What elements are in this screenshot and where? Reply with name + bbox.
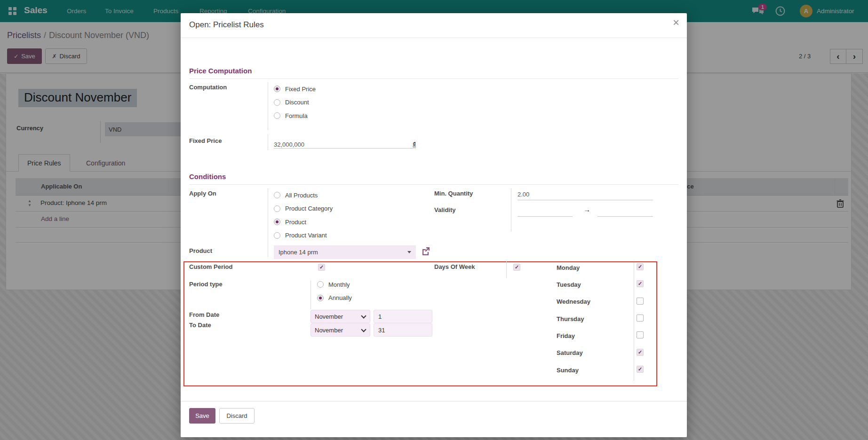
section-conditions: Conditions	[189, 173, 678, 185]
radio-button-icon[interactable]	[274, 86, 280, 92]
day-label: Friday	[557, 332, 575, 339]
section-price-computation: Price Computation	[189, 67, 678, 79]
currency-symbol: ₫	[413, 141, 416, 148]
from-day-input[interactable]	[374, 310, 432, 323]
day-label: Thursday	[557, 315, 584, 322]
days-of-week-label: Days Of Week	[434, 263, 475, 270]
computation-radio-group[interactable]: Fixed PriceDiscountFormula	[274, 82, 316, 123]
day-checkbox-sunday[interactable]: ✓	[637, 366, 644, 373]
radio-button-icon[interactable]	[274, 99, 280, 106]
days-of-week-list: Monday✓Tuesday✓WednesdayThursdayFridaySa…	[557, 262, 648, 384]
pricelist-rules-modal: Open: Pricelist Rules × Price Computatio…	[181, 13, 687, 437]
modal-discard-button[interactable]: Discard	[219, 408, 255, 424]
radio-option-label: Product Variant	[285, 232, 327, 239]
radio-option-label: Product	[285, 219, 306, 226]
radio-option-product-variant[interactable]: Product Variant	[274, 229, 333, 243]
close-icon[interactable]: ×	[673, 17, 679, 28]
radio-option-label: Product Category	[285, 205, 333, 212]
modal-save-button[interactable]: Save	[189, 408, 215, 424]
radio-option-product[interactable]: Product	[274, 215, 333, 229]
radio-option-all-products[interactable]: All Products	[274, 189, 333, 202]
period-type-label: Period type	[189, 281, 223, 288]
validity-label: Validity	[434, 206, 456, 213]
radio-button-icon[interactable]	[274, 205, 280, 212]
dropdown-caret-icon[interactable]	[407, 251, 411, 253]
product-value: Iphone 14 prm	[279, 249, 318, 256]
period-type-radio-group[interactable]: MonthlyAnnually	[317, 278, 352, 305]
radio-option-discount[interactable]: Discount	[274, 96, 316, 110]
modal-header: Open: Pricelist Rules ×	[181, 13, 687, 38]
radio-option-product-category[interactable]: Product Category	[274, 202, 333, 216]
group-separator	[268, 189, 268, 257]
day-checkbox-saturday[interactable]: ✓	[637, 349, 644, 356]
group-separator	[311, 281, 311, 309]
min-quantity-label: Min. Quantity	[434, 190, 473, 197]
modal-footer: Save Discard	[181, 401, 687, 437]
radio-option-formula[interactable]: Formula	[274, 109, 316, 123]
fixed-price-input[interactable]	[274, 141, 413, 148]
fixed-price-label: Fixed Price	[189, 137, 222, 144]
day-checkbox-tuesday[interactable]: ✓	[637, 280, 644, 287]
day-checkbox-friday[interactable]	[637, 331, 644, 338]
to-date-label: To Date	[189, 322, 211, 329]
from-month-select[interactable]: November	[311, 310, 370, 323]
fixed-price-field: ₫	[274, 135, 416, 149]
group-separator	[511, 189, 511, 232]
day-row-sunday: Sunday✓	[557, 364, 648, 376]
day-row-saturday: Saturday✓	[557, 347, 648, 359]
days-of-week-master-checkbox[interactable]: ✓	[513, 264, 520, 271]
validity-start-input[interactable]	[518, 205, 573, 217]
day-row-tuesday: Tuesday✓	[557, 279, 648, 290]
to-month-select[interactable]: November	[311, 323, 370, 337]
radio-option-label: Monthly	[328, 281, 350, 288]
from-date-label: From Date	[189, 311, 219, 318]
radio-option-monthly[interactable]: Monthly	[317, 278, 352, 291]
radio-option-fixed-price[interactable]: Fixed Price	[274, 82, 316, 96]
computation-label: Computation	[189, 84, 227, 91]
product-field[interactable]: Iphone 14 prm	[274, 245, 416, 259]
from-month-select-wrap: November	[311, 310, 370, 323]
group-separator	[268, 134, 268, 150]
day-checkbox-wednesday[interactable]	[637, 298, 644, 305]
group-separator	[506, 261, 507, 278]
validity-end-input[interactable]	[597, 205, 653, 217]
day-label: Tuesday	[557, 281, 581, 288]
day-label: Wednesday	[557, 298, 590, 305]
custom-period-label: Custom Period	[189, 263, 232, 270]
day-row-thursday: Thursday	[557, 313, 648, 324]
radio-option-label: Discount	[285, 99, 309, 106]
external-link-icon[interactable]	[422, 247, 430, 255]
radio-button-icon[interactable]	[317, 281, 324, 288]
radio-button-icon[interactable]	[274, 192, 280, 198]
radio-button-icon[interactable]	[274, 232, 280, 239]
radio-option-label: Formula	[285, 112, 308, 119]
radio-option-label: All Products	[285, 192, 318, 199]
day-row-monday: Monday✓	[557, 262, 648, 273]
apply-on-label: Apply On	[189, 190, 216, 197]
radio-button-icon[interactable]	[317, 295, 324, 301]
day-label: Monday	[557, 264, 580, 271]
min-quantity-input[interactable]	[518, 189, 653, 200]
apply-on-radio-group[interactable]: All ProductsProduct CategoryProductProdu…	[274, 189, 333, 242]
day-label: Sunday	[557, 367, 579, 374]
radio-button-icon[interactable]	[274, 219, 280, 225]
day-checkbox-monday[interactable]: ✓	[637, 263, 644, 270]
to-day-input[interactable]	[374, 323, 432, 337]
screen: Sales Orders To Invoice Products Reporti…	[0, 0, 868, 440]
day-label: Saturday	[557, 349, 583, 356]
radio-option-label: Annually	[328, 294, 352, 301]
day-row-friday: Friday	[557, 330, 648, 341]
modal-title: Open: Pricelist Rules	[189, 20, 264, 30]
radio-button-icon[interactable]	[274, 112, 280, 119]
validity-arrow-icon: →	[583, 205, 590, 213]
day-checkbox-thursday[interactable]	[637, 314, 644, 322]
custom-period-checkbox[interactable]: ✓	[318, 264, 325, 271]
product-label: Product	[189, 247, 212, 254]
to-month-select-wrap: November	[311, 323, 370, 337]
radio-option-annually[interactable]: Annually	[317, 291, 352, 305]
day-row-wednesday: Wednesday	[557, 296, 648, 307]
group-separator	[268, 82, 268, 130]
radio-option-label: Fixed Price	[285, 86, 316, 93]
